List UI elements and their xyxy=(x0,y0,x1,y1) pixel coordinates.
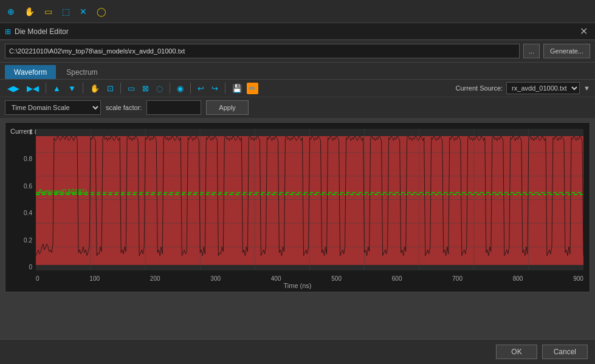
pan-icon[interactable]: ✋ xyxy=(88,83,102,94)
tab-spectrum[interactable]: Spectrum xyxy=(57,65,106,79)
cancel-button[interactable]: Cancel xyxy=(542,345,588,359)
browse-button[interactable]: ... xyxy=(523,44,540,58)
cross-icon[interactable]: ✕ xyxy=(77,5,89,18)
chart-plot: Average(0.50181) xyxy=(36,129,583,270)
x-tick-200: 200 xyxy=(150,275,160,282)
sep2 xyxy=(83,83,83,94)
x-tick-500: 500 xyxy=(331,275,342,282)
current-source-area: Current Source: rx_avdd_01000.txt ▼ xyxy=(455,82,590,94)
x-tick-600: 600 xyxy=(392,275,402,282)
die-model-icon: ⊞ xyxy=(5,27,11,36)
y-axis: 1 0.8 0.6 0.4 0.2 0 xyxy=(5,129,35,270)
circle-select-icon[interactable]: ◯ xyxy=(94,5,109,18)
ok-button[interactable]: OK xyxy=(496,345,537,359)
domain-scale-select[interactable]: Time Domain Scale Frequency Domain Scale xyxy=(5,100,101,115)
dialog-titlebar: ⊞ Die Model Editor ✕ xyxy=(0,23,595,40)
file-row: ... Generate... xyxy=(0,40,595,63)
apply-button[interactable]: Apply xyxy=(206,100,249,115)
x-tick-900: 900 xyxy=(573,275,583,282)
file-path-input[interactable] xyxy=(5,44,520,58)
chart-container: Current (A) 1 0.8 0.6 0.4 0.2 0 Average(… xyxy=(5,122,590,292)
scale-factor-input[interactable] xyxy=(146,100,201,115)
dialog-title-text: Die Model Editor xyxy=(15,27,69,36)
select-cross-icon[interactable]: ⊠ xyxy=(140,83,151,94)
inner-toolbar: ◀▶ ▶◀ ▲ ▼ ✋ ⊡ ▭ ⊠ ◌ ◉ ↩ ↪ 💾 ✏ Current So… xyxy=(0,80,595,97)
footer: OK Cancel xyxy=(0,339,595,364)
y-tick-04: 0.4 xyxy=(24,210,32,216)
visibility-icon[interactable]: ◉ xyxy=(174,83,186,94)
redo-icon[interactable]: ↪ xyxy=(209,83,221,94)
y-tick-1: 1 xyxy=(29,129,32,136)
current-source-dropdown-icon[interactable]: ▼ xyxy=(583,84,590,92)
sep5 xyxy=(190,83,191,94)
tab-row: Waveform Spectrum xyxy=(0,63,595,80)
dialog-title-area: ⊞ Die Model Editor xyxy=(5,27,69,36)
fit-icon[interactable]: ⊡ xyxy=(105,83,116,94)
y-tick-06: 0.6 xyxy=(24,183,32,190)
x-tick-800: 800 xyxy=(513,275,523,282)
scale-factor-label: scale factor: xyxy=(106,104,142,111)
save-icon[interactable]: 💾 xyxy=(230,83,244,94)
select-lasso-icon[interactable]: ◌ xyxy=(154,83,165,94)
sep6 xyxy=(225,83,225,94)
select-rect-icon[interactable]: ▭ xyxy=(125,83,137,94)
waveform-svg xyxy=(36,129,583,270)
top-toolbar: ⊕ ✋ ▭ ⬚ ✕ ◯ xyxy=(0,0,595,23)
dashed-rect-icon[interactable]: ⬚ xyxy=(60,5,72,18)
current-source-select[interactable]: rx_avdd_01000.txt xyxy=(506,82,580,94)
x-tick-400: 400 xyxy=(271,275,281,282)
tab-waveform[interactable]: Waveform xyxy=(5,65,56,79)
y-tick-02: 0.2 xyxy=(24,237,32,244)
sep3 xyxy=(120,83,121,94)
x-tick-0: 0 xyxy=(36,275,40,282)
x-axis-label: Time (ns) xyxy=(283,282,311,289)
arrow-icon[interactable]: ⊕ xyxy=(5,5,17,18)
zoom-out-x-icon[interactable]: ▶◀ xyxy=(24,83,41,94)
x-axis: 0 100 200 300 400 500 600 700 800 900 xyxy=(36,275,583,282)
current-source-label: Current Source: xyxy=(455,84,503,92)
x-tick-700: 700 xyxy=(452,275,463,282)
zoom-out-y-icon[interactable]: ▼ xyxy=(66,83,78,94)
close-button[interactable]: ✕ xyxy=(577,26,590,37)
x-tick-300: 300 xyxy=(210,275,221,282)
edit-icon[interactable]: ✏ xyxy=(247,83,258,94)
rect-select-icon[interactable]: ▭ xyxy=(42,5,55,18)
sep4 xyxy=(170,83,170,94)
generate-button[interactable]: Generate... xyxy=(543,44,590,58)
hand-icon[interactable]: ✋ xyxy=(22,5,37,18)
controls-row: Time Domain Scale Frequency Domain Scale… xyxy=(0,97,595,118)
undo-icon[interactable]: ↩ xyxy=(195,83,207,94)
y-tick-0: 0 xyxy=(29,264,32,270)
x-tick-100: 100 xyxy=(89,275,100,282)
zoom-in-y-icon[interactable]: ▲ xyxy=(50,83,63,94)
y-tick-08: 0.8 xyxy=(24,156,32,162)
sep1 xyxy=(46,83,46,94)
zoom-in-x-icon[interactable]: ◀▶ xyxy=(5,83,22,94)
